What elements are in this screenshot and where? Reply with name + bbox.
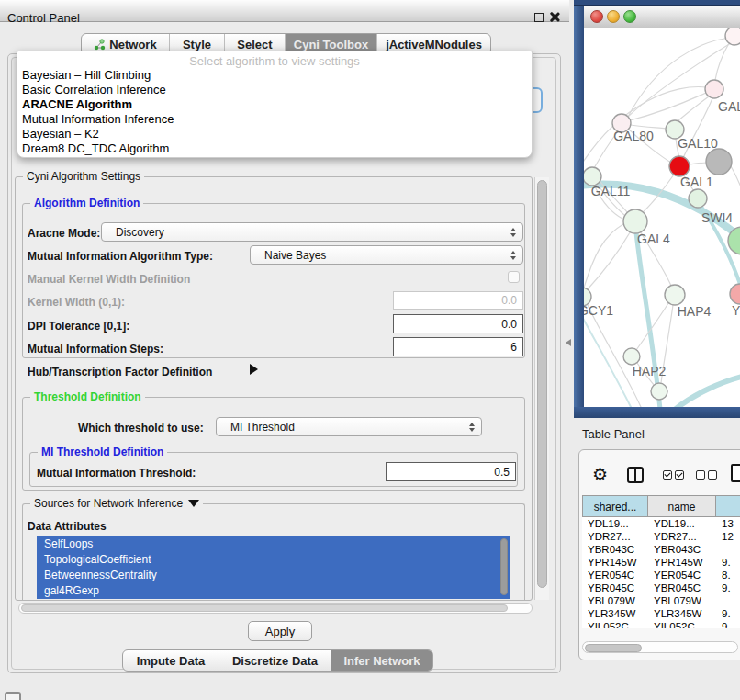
mi-threshold-label: Mutual Information Threshold: bbox=[37, 467, 196, 480]
network-node-y[interactable] bbox=[730, 284, 740, 304]
attribute-item[interactable]: SelfLoops bbox=[37, 536, 510, 552]
network-edge[interactable] bbox=[584, 223, 625, 288]
zoom-traffic-light[interactable] bbox=[623, 10, 636, 23]
table-cell bbox=[716, 594, 740, 607]
table-cell: YIL052C bbox=[648, 620, 716, 628]
which-threshold-label: Which threshold to use: bbox=[78, 422, 204, 435]
close-icon[interactable] bbox=[550, 12, 560, 22]
table-row[interactable]: YBR043CYBR043C bbox=[582, 543, 740, 556]
table-body: YDL19...YDL19...13YDR27...YDR27...12YBR0… bbox=[582, 517, 740, 628]
table-row[interactable]: YDR27...YDR27...12 bbox=[582, 530, 740, 543]
network-edge[interactable] bbox=[628, 38, 733, 117]
table-row[interactable]: YIL052CYIL052C9 bbox=[582, 620, 740, 628]
table-cell: YDR27... bbox=[582, 530, 648, 543]
collapse-arrow-icon[interactable] bbox=[188, 500, 199, 507]
settings-vscrollbar-track[interactable] bbox=[534, 177, 549, 600]
mi-threshold-title: MI Threshold Definition bbox=[38, 446, 167, 458]
float-window-icon[interactable] bbox=[534, 13, 544, 22]
minimize-traffic-light[interactable] bbox=[607, 10, 620, 23]
network-node-label: GCY1 bbox=[584, 303, 613, 318]
network-window-frame-left bbox=[574, 6, 584, 407]
show-columns-icon[interactable] bbox=[663, 470, 684, 480]
aracne-mode-select[interactable]: Discovery bbox=[101, 222, 523, 242]
table-row[interactable]: YDL19...YDL19...13 bbox=[582, 517, 740, 530]
table-hscrollbar-thumb[interactable] bbox=[585, 644, 642, 652]
network-node-gal4[interactable] bbox=[623, 209, 647, 233]
algorithm-option[interactable]: Mutual Information Inference bbox=[17, 112, 532, 127]
network-svg[interactable]: GALGAL80GAL10GAL1GAL11SWI4GAL4GCY1HAP4YH… bbox=[584, 28, 740, 407]
kernel-width-field[interactable]: 0.0 bbox=[393, 291, 523, 310]
network-node-hap4[interactable] bbox=[665, 285, 685, 305]
hidden-groupbox-edge bbox=[544, 129, 544, 171]
settings-vscrollbar-thumb[interactable] bbox=[537, 180, 547, 588]
network-edge[interactable] bbox=[630, 93, 706, 120]
settings-hscrollbar-track[interactable] bbox=[18, 603, 533, 614]
data-attributes-list: SelfLoops TopologicalCoefficient Between… bbox=[37, 536, 510, 599]
settings-hscrollbar-thumb[interactable] bbox=[21, 604, 508, 612]
mi-threshold-field[interactable]: 0.5 bbox=[386, 462, 516, 481]
table-row[interactable]: YER054CYER054C8. bbox=[582, 569, 740, 581]
attributes-scrollbar[interactable] bbox=[500, 538, 508, 595]
threshold-definition-title: Threshold Definition bbox=[30, 390, 145, 403]
which-threshold-select[interactable]: MI Threshold bbox=[216, 417, 482, 436]
network-window-titlebar[interactable] bbox=[584, 6, 740, 28]
apply-button[interactable]: Apply bbox=[248, 621, 312, 641]
network-edge[interactable] bbox=[690, 163, 707, 164]
table-header: shared... name bbox=[582, 495, 740, 517]
mi-steps-field[interactable]: 6 bbox=[393, 337, 523, 356]
table-row[interactable]: YPR145WYPR145W9. bbox=[582, 556, 740, 569]
dpi-tolerance-field[interactable]: 0.0 bbox=[393, 314, 523, 333]
network-node-gal11[interactable] bbox=[584, 167, 601, 186]
network-edge[interactable] bbox=[676, 376, 740, 407]
table-cell bbox=[716, 543, 740, 556]
table-row[interactable]: YLR345WYLR345W9. bbox=[582, 607, 740, 620]
network-node-gal1[interactable] bbox=[669, 156, 690, 176]
column-header-name[interactable]: name bbox=[648, 495, 716, 517]
table-row[interactable]: YBL079WYBL079W bbox=[582, 594, 740, 607]
algorithm-placeholder: Select algorithm to view settings bbox=[17, 51, 532, 68]
table-cell: YLR345W bbox=[582, 607, 648, 620]
column-header-shared[interactable]: shared... bbox=[582, 495, 648, 517]
network-node[interactable] bbox=[651, 383, 667, 400]
network-node-hap2[interactable] bbox=[623, 348, 640, 365]
table-cell: YBR045C bbox=[582, 581, 648, 594]
attribute-item[interactable]: BetweennessCentrality bbox=[37, 568, 510, 583]
tab-impute-data[interactable]: Impute Data bbox=[123, 650, 219, 671]
control-panel-titlebar[interactable]: Control Panel bbox=[0, 0, 569, 22]
tab-discretize-data[interactable]: Discretize Data bbox=[219, 650, 331, 671]
gear-icon[interactable]: ⚙ bbox=[592, 465, 608, 485]
panel-divider-handle[interactable] bbox=[566, 339, 571, 346]
algorithm-option[interactable]: Bayesian – Hill Climbing bbox=[17, 68, 532, 83]
hub-definition-label: Hub/Transcription Factor Definition bbox=[28, 366, 212, 378]
mi-type-select[interactable]: Naive Bayes bbox=[250, 245, 523, 265]
columns-icon[interactable] bbox=[627, 467, 644, 483]
table-row[interactable]: YBR045CYBR045C9. bbox=[582, 581, 740, 594]
network-view-canvas[interactable]: GALGAL80GAL10GAL1GAL11SWI4GAL4GCY1HAP4YH… bbox=[584, 28, 740, 407]
network-node-gal[interactable] bbox=[705, 80, 723, 98]
algorithm-option-selected[interactable]: ARACNE Algorithm bbox=[17, 97, 532, 112]
expand-arrow-icon[interactable] bbox=[250, 364, 258, 375]
network-edge[interactable] bbox=[731, 166, 740, 194]
network-node[interactable] bbox=[706, 149, 732, 175]
new-table-icon[interactable] bbox=[731, 464, 740, 482]
table-cell: YPR145W bbox=[648, 556, 716, 569]
table-cell: YBL079W bbox=[582, 594, 648, 607]
algorithm-option[interactable]: Dream8 DC_TDC Algorithm bbox=[17, 141, 532, 156]
table-cell: YLR345W bbox=[648, 607, 716, 620]
attribute-item[interactable]: gal4RGexp bbox=[37, 583, 510, 599]
manual-kernel-checkbox[interactable] bbox=[508, 271, 520, 283]
network-node[interactable] bbox=[725, 28, 740, 45]
table-hscrollbar-track[interactable] bbox=[582, 641, 738, 653]
algorithm-option[interactable]: Basic Correlation Inference bbox=[17, 83, 532, 97]
algorithm-option[interactable]: Bayesian – K2 bbox=[17, 127, 532, 141]
tab-infer-network[interactable]: Infer Network bbox=[331, 650, 432, 671]
network-node-label: HAP4 bbox=[678, 304, 712, 319]
close-traffic-light[interactable] bbox=[590, 10, 603, 23]
table-cell: YDR27... bbox=[648, 530, 716, 543]
hide-columns-icon[interactable] bbox=[696, 470, 717, 480]
network-node-swi4[interactable] bbox=[689, 189, 707, 208]
network-node-label: SWI4 bbox=[701, 210, 733, 225]
column-header-partial[interactable] bbox=[716, 495, 740, 517]
attribute-item[interactable]: TopologicalCoefficient bbox=[37, 552, 510, 568]
minimized-panel-icon[interactable] bbox=[5, 692, 21, 700]
